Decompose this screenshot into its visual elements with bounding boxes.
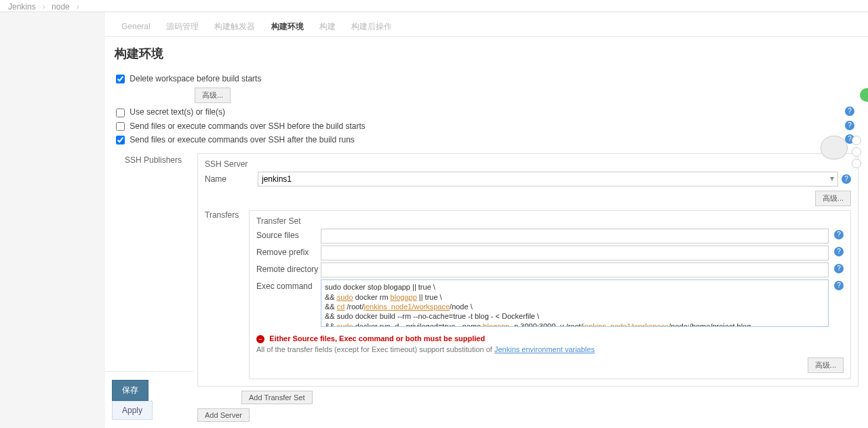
ssh-publishers-label: SSH Publishers [125, 155, 182, 165]
apply-button[interactable]: Apply [112, 401, 153, 420]
main-content: General 源码管理 构建触发器 构建环境 构建 构建后操作 构建环境 De… [105, 12, 868, 428]
note-row: All of the transfer fields (except for E… [256, 345, 844, 353]
config-tabs: General 源码管理 构建触发器 构建环境 构建 构建后操作 [105, 12, 868, 37]
advanced-button-ssh-server[interactable]: 高级... [815, 191, 851, 206]
error-text: Either Source files, Exec command or bot… [269, 334, 485, 343]
tab-build-env[interactable]: 构建环境 [264, 18, 311, 36]
ssh-name-select[interactable]: jenkins1 [258, 172, 838, 187]
tab-scm[interactable]: 源码管理 [159, 18, 205, 36]
add-transfer-set-button[interactable]: Add Transfer Set [241, 391, 313, 404]
tab-build[interactable]: 构建 [313, 18, 342, 36]
label-ssh-after: Send files or execute commands over SSH … [130, 135, 355, 144]
breadcrumb: Jenkins› node› [0, 0, 868, 12]
ssh-name-label: Name [205, 174, 252, 184]
add-server-button[interactable]: Add Server [197, 408, 250, 422]
ssh-server-box: SSH Server Name jenkins1 ? 高级... [197, 153, 859, 387]
error-row: − Either Source files, Exec command or b… [256, 334, 844, 343]
exec-command-textarea[interactable]: sudo docker stop blogapp || true \&& sud… [321, 279, 829, 327]
help-icon-remote-directory[interactable]: ? [834, 264, 844, 273]
label-delete-workspace: Delete workspace before build starts [130, 74, 261, 83]
breadcrumb-project[interactable]: node [52, 2, 70, 12]
tab-general[interactable]: General [115, 18, 157, 35]
transfer-set-box: Transfer Set Source files ? Remove prefi… [249, 210, 851, 379]
tab-post-build[interactable]: 构建后操作 [344, 18, 399, 36]
tab-triggers[interactable]: 构建触发器 [208, 18, 262, 36]
source-files-input[interactable] [321, 229, 829, 244]
help-icon-exec-command[interactable]: ? [834, 281, 844, 290]
advanced-button-delete-ws[interactable]: 高级... [195, 87, 231, 103]
error-icon: − [256, 335, 264, 343]
help-icon-remove-prefix[interactable]: ? [834, 247, 844, 256]
help-icon-source-files[interactable]: ? [834, 230, 844, 239]
breadcrumb-jenkins[interactable]: Jenkins [8, 2, 36, 12]
transfer-set-legend: Transfer Set [256, 216, 844, 226]
label-use-secret: Use secret text(s) or file(s) [130, 107, 225, 117]
jenkins-env-vars-link[interactable]: Jenkins environment variables [494, 345, 595, 353]
checkbox-ssh-after[interactable] [116, 136, 125, 144]
source-files-label: Source files [256, 229, 321, 240]
section-title: 构建环境 [115, 45, 859, 62]
checkbox-use-secret[interactable] [116, 109, 125, 117]
transfers-label: Transfers [205, 210, 245, 220]
exec-command-label: Exec command [256, 279, 321, 291]
help-icon-ssh-before[interactable]: ? [845, 121, 854, 130]
bottom-bar: 保存 Apply [105, 371, 193, 428]
checkbox-delete-workspace[interactable] [116, 75, 125, 83]
help-icon-use-secret[interactable]: ? [845, 106, 854, 116]
remote-directory-label: Remote directory [256, 262, 321, 274]
advanced-button-transfer-set[interactable]: 高级... [808, 357, 844, 373]
ssh-server-legend: SSH Server [205, 159, 851, 169]
checkbox-ssh-before[interactable] [116, 122, 125, 131]
remove-prefix-input[interactable] [321, 246, 829, 260]
remove-prefix-label: Remove prefix [256, 246, 321, 257]
label-ssh-before: Send files or execute commands over SSH … [130, 121, 366, 131]
remote-directory-input[interactable] [321, 262, 829, 277]
cartoon-widget[interactable] [821, 136, 861, 170]
save-button[interactable]: 保存 [112, 380, 149, 401]
help-icon-ssh-name[interactable]: ? [842, 174, 851, 184]
